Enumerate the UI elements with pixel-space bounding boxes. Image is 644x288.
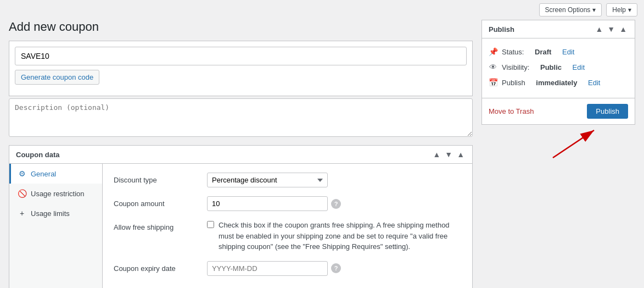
expiry-date-input[interactable]: [207, 261, 328, 276]
coupon-data-title: Coupon data: [16, 151, 59, 159]
publish-date-value: immediately: [536, 79, 577, 87]
page-title: Add new coupon: [9, 20, 473, 34]
publish-collapse-up[interactable]: ▲: [594, 25, 604, 34]
free-shipping-wrap: Check this box if the coupon grants free…: [207, 220, 461, 252]
coupon-amount-input[interactable]: [207, 196, 328, 211]
status-icon: 📌: [489, 47, 497, 56]
restriction-icon: 🚫: [18, 189, 26, 198]
tab-usage-limits[interactable]: + Usage limits: [9, 203, 102, 223]
discount-type-row: Discount type Percentage discount Fixed …: [114, 173, 461, 187]
publish-date-edit-link[interactable]: Edit: [588, 79, 600, 87]
free-shipping-row: Allow free shipping Check this box if th…: [114, 220, 461, 252]
visibility-value: Public: [540, 63, 562, 71]
general-icon: ⚙: [18, 169, 26, 178]
coupon-tabs: ⚙ General 🚫 Usage restriction + Usage li…: [9, 164, 103, 288]
calendar-icon: 📅: [489, 78, 497, 87]
screen-options-label: Screen Options: [545, 6, 591, 14]
visibility-icon: 👁: [489, 63, 497, 71]
free-shipping-checkbox[interactable]: [207, 221, 214, 228]
help-button[interactable]: Help ▾: [606, 3, 637, 16]
screen-options-button[interactable]: Screen Options ▾: [539, 3, 602, 16]
limits-icon: +: [18, 209, 26, 218]
chevron-down-icon: ▾: [592, 6, 596, 14]
publish-date-label: Publish: [502, 79, 525, 87]
expiry-date-help-icon[interactable]: ?: [331, 263, 341, 273]
discount-type-label: Discount type: [114, 173, 207, 184]
move-to-trash-link[interactable]: Move to Trash: [489, 107, 534, 115]
discount-type-select[interactable]: Percentage discount Fixed cart discount …: [207, 173, 328, 187]
tab-usage-restriction-label: Usage restriction: [31, 190, 85, 198]
publish-box-title: Publish: [489, 25, 514, 34]
tab-general-label: General: [31, 170, 56, 178]
collapse-down-button[interactable]: ▼: [444, 150, 453, 159]
help-label: Help: [612, 6, 626, 14]
description-textarea[interactable]: [9, 98, 473, 137]
free-shipping-text: Check this box if the coupon grants free…: [219, 220, 461, 252]
coupon-amount-row: Coupon amount ?: [114, 196, 461, 211]
status-value: Draft: [535, 48, 551, 56]
coupon-code-input[interactable]: [15, 47, 467, 65]
visibility-edit-link[interactable]: Edit: [573, 63, 585, 71]
expiry-date-label: Coupon expiry date: [114, 261, 207, 273]
coupon-amount-help-icon[interactable]: ?: [331, 199, 341, 209]
free-shipping-label: Allow free shipping: [114, 220, 207, 231]
publish-button[interactable]: Publish: [587, 104, 628, 119]
expiry-date-row: Coupon expiry date ?: [114, 261, 461, 276]
tab-general[interactable]: ⚙ General: [9, 164, 102, 184]
generate-coupon-code-button[interactable]: Generate coupon code: [15, 70, 99, 85]
publish-collapse-down[interactable]: ▼: [606, 25, 616, 34]
red-arrow: [509, 125, 608, 163]
chevron-down-icon: ▾: [628, 6, 631, 14]
tab-usage-limits-label: Usage limits: [31, 209, 70, 218]
status-edit-link[interactable]: Edit: [562, 48, 574, 56]
tab-usage-restriction[interactable]: 🚫 Usage restriction: [9, 184, 102, 203]
publish-toggle[interactable]: ▲: [618, 25, 628, 34]
status-label: Status:: [502, 48, 524, 56]
collapse-up-button[interactable]: ▲: [432, 150, 441, 159]
visibility-label: Visibility:: [502, 63, 529, 71]
svg-line-1: [553, 130, 594, 158]
toggle-button[interactable]: ▲: [456, 150, 466, 159]
publish-date-row: 📅 Publish immediately Edit: [489, 75, 628, 90]
coupon-amount-label: Coupon amount: [114, 196, 207, 208]
visibility-row: 👁 Visibility: Public Edit: [489, 59, 628, 75]
status-row: 📌 Status: Draft Edit: [489, 44, 628, 59]
